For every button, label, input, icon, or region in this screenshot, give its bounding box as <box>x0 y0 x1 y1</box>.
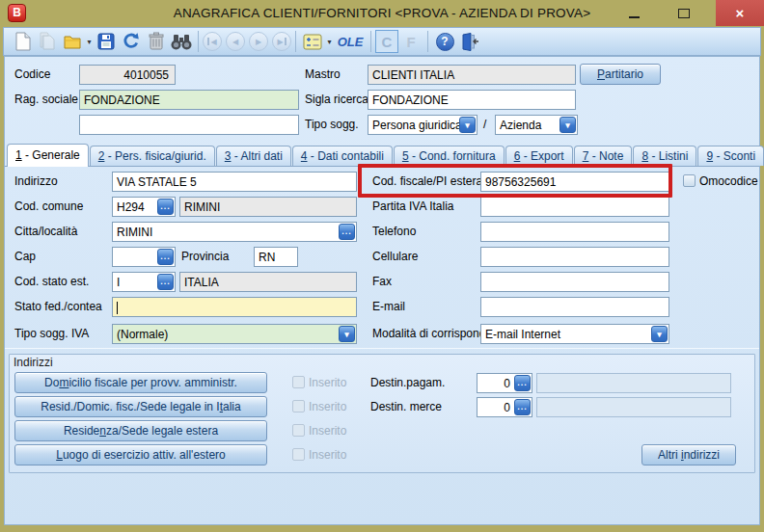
ellipsis-lookup-icon[interactable]: ... <box>157 274 174 290</box>
open-button[interactable] <box>60 29 85 54</box>
inserito-checkbox-1 <box>292 376 305 388</box>
save-button[interactable] <box>94 29 119 54</box>
undo-button[interactable] <box>119 29 144 54</box>
open-dropdown-arrow[interactable]: ▾ <box>85 38 94 46</box>
ellipsis-lookup-icon[interactable]: ... <box>514 375 531 391</box>
tab-sconti[interactable]: 9 - Sconti <box>697 146 764 166</box>
rag-sociale-2-field[interactable] <box>79 115 299 135</box>
form-list-icon <box>303 34 322 50</box>
cod-comune-field[interactable]: H294 ... <box>112 197 176 217</box>
email-field[interactable] <box>480 297 669 317</box>
ellipsis-lookup-icon[interactable]: ... <box>339 224 355 240</box>
application-window: B ANAGRAFICA CLIENTI/FORNITORI <PROVA - … <box>0 0 764 532</box>
chevron-down-icon[interactable]: ▾ <box>459 117 476 133</box>
save-floppy-icon <box>97 33 115 50</box>
ellipsis-lookup-icon[interactable]: ... <box>157 199 174 215</box>
destin-merce-field[interactable]: 0 ... <box>477 397 532 417</box>
ole-button[interactable]: OLE <box>334 29 367 54</box>
toolbar: ▾ ◀ ◀ ▶ ▶ ▾ OLE C F ? <box>3 27 761 56</box>
new-document-icon <box>14 32 31 51</box>
cellulare-field[interactable] <box>480 247 669 267</box>
tab-pers-fisica-giurid[interactable]: 2 - Pers. fisica/giurid. <box>90 146 215 166</box>
omocodice-label: Omocodice <box>699 172 758 192</box>
ellipsis-lookup-icon[interactable]: ... <box>157 249 174 265</box>
telefono-field[interactable] <box>480 222 669 242</box>
cap-field[interactable]: ... <box>112 247 176 267</box>
highlight-rectangle <box>358 164 672 198</box>
cellulare-label: Cellulare <box>372 247 418 267</box>
inserito-label-2: Inserito <box>309 397 346 416</box>
maximize-button[interactable] <box>669 0 698 26</box>
find-button[interactable] <box>169 29 194 54</box>
chevron-down-icon[interactable]: ▾ <box>651 326 668 342</box>
copy-record-button <box>35 29 60 54</box>
chevron-down-icon[interactable]: ▾ <box>559 117 576 133</box>
tab-note[interactable]: 7 - Note <box>574 146 633 166</box>
minimize-button[interactable] <box>619 0 648 26</box>
titlebar: B ANAGRAFICA CLIENTI/FORNITORI <PROVA - … <box>0 0 764 27</box>
delete-button[interactable] <box>144 29 169 54</box>
domicilio-fiscale-button[interactable]: Domicilio fiscale per provv. amministr. <box>14 372 267 393</box>
azienda-value: Azienda <box>500 119 541 132</box>
nav-prev-icon: ◀ <box>232 38 238 46</box>
cod-stato-value: I <box>117 276 120 289</box>
indirizzo-field[interactable]: VIA STATALE 5 <box>112 172 357 192</box>
omocodice-checkbox[interactable] <box>683 174 696 187</box>
partitario-accel: P <box>597 67 605 81</box>
tab-listini[interactable]: 8 - Listini <box>633 146 696 166</box>
partita-iva-field[interactable] <box>480 197 669 217</box>
tipo-sogg-iva-dropdown[interactable]: (Normale) ▾ <box>112 324 357 344</box>
stato-fed-contea-field[interactable] <box>112 297 357 317</box>
sigla-ricerca-field[interactable]: FONDAZIONE <box>368 90 576 110</box>
help-button[interactable]: ? <box>432 29 457 54</box>
codice-field[interactable]: 4010055 <box>79 65 176 85</box>
form-list-dropdown-arrow[interactable]: ▾ <box>325 38 334 46</box>
tab-cond-fornitura[interactable]: 5 - Cond. fornitura <box>394 146 505 166</box>
fax-field[interactable] <box>480 272 669 292</box>
destin-merce-value: 0 <box>504 401 510 414</box>
inserito-checkbox-3 <box>292 424 305 437</box>
clienti-toggle[interactable]: C <box>375 30 398 53</box>
close-button[interactable]: × <box>716 0 764 26</box>
tipo-sogg-iva-value: (Normale) <box>117 328 168 341</box>
residenza-italia-button[interactable]: Resid./Domic. fisc./Sede legale in Itali… <box>14 396 267 417</box>
toolbar-separator <box>427 31 428 52</box>
comune-desc-field: RIMINI <box>179 197 357 217</box>
inserito-label-1: Inserito <box>309 373 346 392</box>
exit-button[interactable] <box>457 29 482 54</box>
ellipsis-lookup-icon[interactable]: ... <box>514 399 531 415</box>
rag-sociale-field[interactable]: FONDAZIONE <box>79 90 299 110</box>
tipo-sogg-dropdown[interactable]: Persona giuridica ▾ <box>368 115 478 135</box>
tab-generale[interactable]: 1 - Generale <box>7 144 89 167</box>
modalita-corrispond-dropdown[interactable]: E-mail Internet ▾ <box>480 324 669 344</box>
tab-export[interactable]: 6 - Export <box>505 146 573 166</box>
copy-icon <box>39 32 57 51</box>
destin-pagam-field[interactable]: 0 ... <box>477 373 532 393</box>
azienda-dropdown[interactable]: Azienda ▾ <box>495 115 578 135</box>
partitario-button[interactable]: Partitario <box>580 64 661 85</box>
destin-pagam-value: 0 <box>504 377 510 390</box>
stato-fed-contea-label: Stato fed./contea <box>14 297 102 317</box>
cap-label: Cap <box>14 247 36 267</box>
form-list-button[interactable] <box>300 29 325 54</box>
chevron-down-icon[interactable]: ▾ <box>339 326 355 342</box>
tipo-sogg-slash: / <box>483 115 486 135</box>
tab-altri-dati[interactable]: 3 - Altri dati <box>216 146 291 166</box>
partita-iva-label: Partita IVA Italia <box>372 197 454 217</box>
mastro-field[interactable]: CLIENTI ITALIA <box>368 65 576 85</box>
residenza-estera-button[interactable]: Residenza/Sede legale estera <box>14 420 267 441</box>
provincia-field[interactable]: RN <box>254 247 298 267</box>
inserito-label-3: Inserito <box>309 421 346 440</box>
luogo-esercizio-estero-button[interactable]: Luogo di esercizio attiv. all'estero <box>14 444 267 466</box>
cod-stato-est-field[interactable]: I ... <box>112 272 176 292</box>
new-record-button[interactable] <box>10 29 35 54</box>
destin-pagam-label: Destin.pagam. <box>370 373 445 393</box>
window-title: ANAGRAFICA CLIENTI/FORNITORI <PROVA - AZ… <box>0 0 764 27</box>
mastro-label: Mastro <box>305 65 341 85</box>
altri-indirizzi-button[interactable]: Altri indirizzi <box>641 444 736 466</box>
binoculars-icon <box>171 34 192 50</box>
nav-first-icon <box>207 38 209 45</box>
tab-dati-contabili[interactable]: 4 - Dati contabili <box>292 146 393 166</box>
cod-comune-label: Cod. comune <box>14 197 83 217</box>
citta-field[interactable]: RIMINI ... <box>112 222 357 242</box>
